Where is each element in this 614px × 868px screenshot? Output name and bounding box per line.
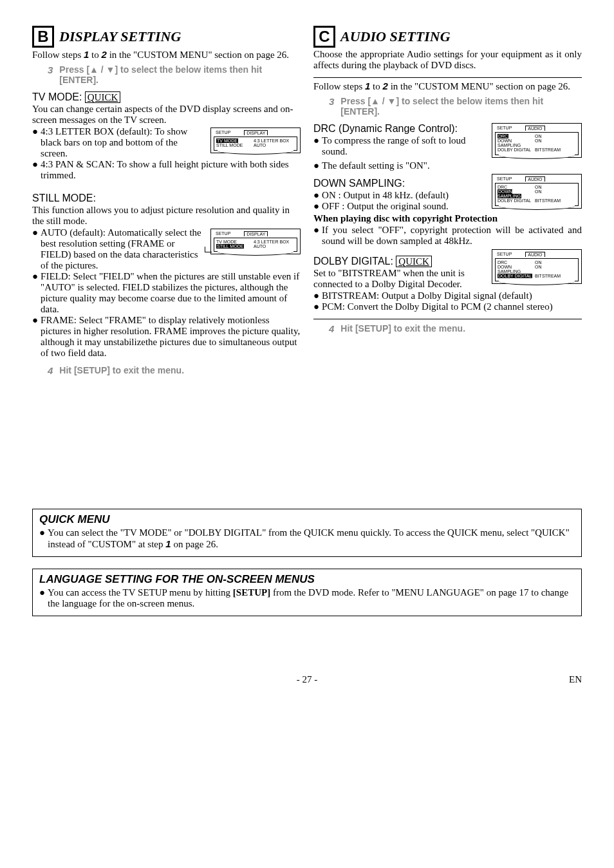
tv-mode-desc: You can change certain aspects of the DV… xyxy=(32,104,301,126)
bullet-bitstream: ●BITSTREAM: Output a Dolby Digital signa… xyxy=(313,290,582,301)
language-setting-text: ● You can access the TV SETUP menu by hi… xyxy=(39,587,575,609)
menu-still-mode: SETUP DISPLAY TV MODE4:3 LETTER BOX STIL… xyxy=(210,229,301,254)
bullet-copyright: ●If you select "OFF", copyright protecti… xyxy=(313,225,582,247)
copyright-note-title: When playing disc with copyright Protect… xyxy=(313,213,582,224)
bullet-panscan: ●4:3 PAN & SCAN: To show a full height p… xyxy=(32,159,301,181)
bullet-frame: ●FRAME: Select "FRAME" to display relati… xyxy=(32,315,301,359)
section-heading-display: DISPLAY SETTING xyxy=(59,28,181,45)
audio-follow: Follow steps 1 to 2 in the "CUSTOM MENU"… xyxy=(313,80,582,92)
language-setting-title: LANGUAGE SETTING FOR THE ON-SCREEN MENUS xyxy=(39,573,575,586)
bullet-down-on: ●ON : Output in 48 kHz. (default) xyxy=(313,190,487,201)
tv-mode-heading: TV MODE: QUICK xyxy=(32,91,301,103)
page-lang: EN xyxy=(569,674,582,685)
section-letter-b: B xyxy=(32,26,54,48)
bullet-field: ●FIELD: Select "FIELD" when the pictures… xyxy=(32,271,301,315)
quick-badge: QUICK xyxy=(396,256,432,267)
quick-menu-text: ● You can select the "TV MODE" or "DOLBY… xyxy=(39,527,575,550)
display-intro: Follow steps 1 to 2 in the "CUSTOM MENU"… xyxy=(32,49,301,61)
quick-badge: QUICK xyxy=(85,91,121,103)
menu-tv-mode: SETUP DISPLAY TV MODE4:3 LETTER BOX STIL… xyxy=(210,127,301,153)
quick-menu-box: QUICK MENU ● You can select the "TV MODE… xyxy=(32,509,582,557)
menu-down-sampling: SETUP AUDIO DRCON DOWN SAMPLINGON DOLBY … xyxy=(492,174,582,209)
divider xyxy=(313,319,582,319)
step-3-display: 3 Press [▲ / ▼] to select the below item… xyxy=(48,64,301,85)
step-4-audio: 4 Hit [SETUP] to exit the menu. xyxy=(329,323,582,334)
section-heading-audio: AUDIO SETTING xyxy=(340,28,451,45)
arrows-icon: ▲ / ▼ xyxy=(89,64,115,75)
menu-dolby: SETUP AUDIO DRCON DOWN SAMPLINGON DOLBY … xyxy=(492,249,582,284)
bullet-letterbox: ●4:3 LETTER BOX (default): To show black… xyxy=(32,126,205,159)
step-4-display: 4 Hit [SETUP] to exit the menu. xyxy=(48,365,301,376)
still-mode-desc: This function allows you to adjust pictu… xyxy=(32,205,301,227)
language-setting-box: LANGUAGE SETTING FOR THE ON-SCREEN MENUS… xyxy=(32,569,582,616)
divider xyxy=(313,77,582,78)
audio-intro: Choose the appropriate Audio settings fo… xyxy=(313,49,582,71)
page-footer: - 27 - EN xyxy=(32,674,582,685)
bullet-pcm: ●PCM: Convert the Dolby Digital to PCM (… xyxy=(313,301,582,312)
quick-menu-title: QUICK MENU xyxy=(39,513,575,526)
audio-setting-section: C AUDIO SETTING Choose the appropriate A… xyxy=(313,26,582,381)
still-mode-heading: STILL MODE: xyxy=(32,193,301,204)
section-letter-c: C xyxy=(313,26,335,48)
bullet-down-off: ●OFF : Output the original sound. xyxy=(313,201,487,212)
arrows-icon: ▲ / ▼ xyxy=(371,96,396,106)
display-setting-section: B DISPLAY SETTING Follow steps 1 to 2 in… xyxy=(32,26,301,381)
bullet-drc-compress: ●To compress the range of soft to loud s… xyxy=(313,135,487,157)
bullet-drc-default: ●The default setting is "ON". xyxy=(313,160,582,171)
step-3-audio: 3 Press [▲ / ▼] to select the below item… xyxy=(329,96,582,117)
page-number: - 27 - xyxy=(297,674,318,684)
menu-drc: SETUP AUDIO DRCON DOWN SAMPLINGON DOLBY … xyxy=(492,123,582,158)
bullet-auto: ●AUTO (default): Automatically select th… xyxy=(32,227,205,271)
